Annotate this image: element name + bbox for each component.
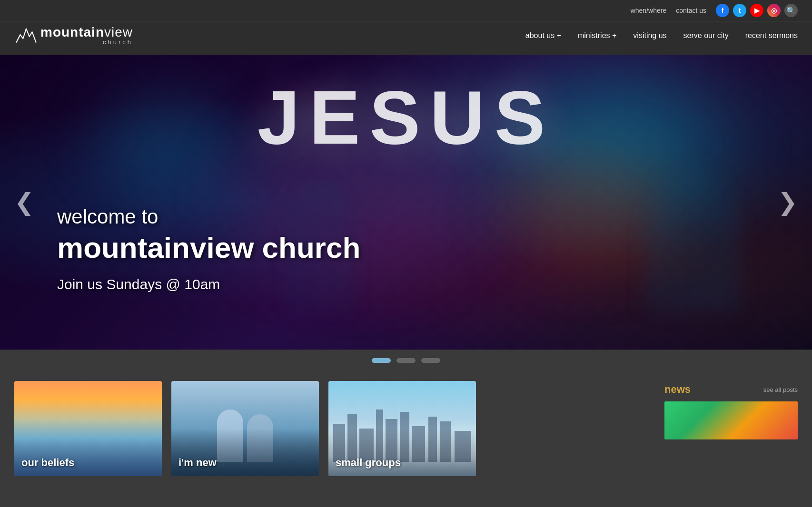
hero-content: welcome to mountainview church Join us S… xyxy=(57,205,360,292)
twitter-icon[interactable]: t xyxy=(733,4,746,17)
instagram-icon[interactable]: ◎ xyxy=(767,4,781,17)
cards-area: our beliefs i'm new xyxy=(14,381,655,476)
logo-mountain: mountain xyxy=(40,25,104,39)
slider-dot-1[interactable] xyxy=(372,358,391,363)
hero-slider: JESUS welcome to mountainview church Joi… xyxy=(0,55,812,350)
hero-church-name: mountainview church xyxy=(57,231,360,264)
news-image-preview[interactable] xyxy=(664,401,798,439)
card-small-groups[interactable]: small groups xyxy=(328,381,476,476)
logo-text: mountainview church xyxy=(40,26,133,46)
when-where-link[interactable]: when/where xyxy=(631,7,667,14)
news-header: news see all posts xyxy=(664,381,798,401)
nav-about-us[interactable]: about us + xyxy=(525,31,561,40)
light-effect-4 xyxy=(503,150,669,269)
hero-welcome-line1: welcome to xyxy=(57,205,360,228)
card-im-new[interactable]: i'm new xyxy=(171,381,319,476)
news-title: news xyxy=(664,383,691,396)
social-icons-group: f t ▶ ◎ 🔍 xyxy=(716,4,798,17)
nav-serve-our-city[interactable]: serve our city xyxy=(683,31,729,40)
facebook-icon[interactable]: f xyxy=(716,4,729,17)
card-groups-label: small groups xyxy=(336,457,401,469)
contact-us-link[interactable]: contact us xyxy=(676,7,706,14)
logo[interactable]: mountainview church xyxy=(14,24,133,48)
bottom-section: our beliefs i'm new xyxy=(0,371,812,486)
search-icon[interactable]: 🔍 xyxy=(784,4,798,17)
slider-prev-button[interactable]: ❮ xyxy=(10,184,39,221)
card-beliefs-label: our beliefs xyxy=(21,457,74,469)
top-nav-links: when/where contact us xyxy=(631,7,706,14)
logo-view: view xyxy=(104,25,133,39)
news-sidebar: news see all posts xyxy=(664,381,798,476)
slider-next-button[interactable]: ❯ xyxy=(773,184,802,221)
header-main: mountainview church about us + ministrie… xyxy=(0,21,812,55)
silhouette-right xyxy=(645,169,741,312)
card-our-beliefs[interactable]: our beliefs xyxy=(14,381,162,476)
hero-subtitle: Join us Sundays @ 10am xyxy=(57,276,360,292)
nav-ministries[interactable]: ministries + xyxy=(578,31,616,40)
card-new-gradient xyxy=(171,429,319,476)
logo-svg xyxy=(14,24,38,48)
header-top-bar: when/where contact us f t ▶ ◎ 🔍 xyxy=(0,0,812,21)
slider-dots xyxy=(0,350,812,371)
logo-church: church xyxy=(40,39,133,46)
nav-visiting-us[interactable]: visiting us xyxy=(633,31,666,40)
card-groups-gradient xyxy=(328,429,476,476)
slider-dot-3[interactable] xyxy=(421,358,440,363)
youtube-icon[interactable]: ▶ xyxy=(750,4,763,17)
jesus-text: JESUS xyxy=(0,74,812,161)
see-all-posts-link[interactable]: see all posts xyxy=(763,386,798,393)
card-new-label: i'm new xyxy=(178,457,217,469)
nav-recent-sermons[interactable]: recent sermons xyxy=(745,31,798,40)
main-navigation: about us + ministries + visiting us serv… xyxy=(525,31,798,40)
slider-dot-2[interactable] xyxy=(396,358,416,363)
